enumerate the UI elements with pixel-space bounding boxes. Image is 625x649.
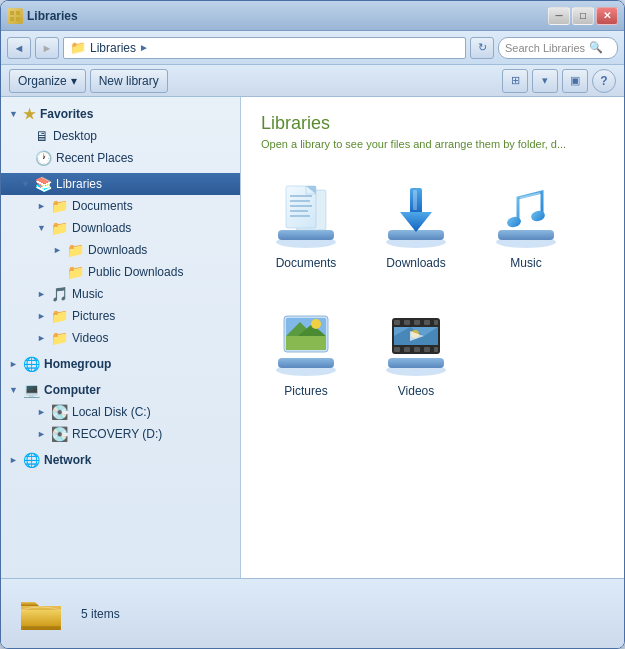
sidebar-item-local-disk[interactable]: ► 💽 Local Disk (C:) [1,401,240,423]
homegroup-header[interactable]: ► 🌐 Homegroup [1,353,240,375]
new-library-label: New library [99,74,159,88]
documents-lib-label: Documents [276,256,337,270]
library-item-music[interactable]: Music [481,170,571,278]
organize-arrow-icon: ▾ [71,74,77,88]
preview-pane-button[interactable]: ▣ [562,69,588,93]
sidebar-item-public-downloads[interactable]: 📁 Public Downloads [1,261,240,283]
videos-folder-icon: 📁 [51,330,68,346]
recent-places-icon: 🕐 [35,150,52,166]
library-item-documents[interactable]: Documents [261,170,351,278]
svg-rect-20 [413,190,417,210]
favorites-expand-icon: ▼ [9,109,19,119]
view-button-1[interactable]: ⊞ [502,69,528,93]
documents-folder-icon: 📁 [51,198,68,214]
homegroup-icon: 🌐 [23,356,40,372]
network-header[interactable]: ► 🌐 Network [1,449,240,471]
videos-expand-icon: ► [37,333,47,343]
preview-pane-icon: ▣ [570,74,580,87]
svg-rect-39 [414,320,420,325]
library-item-pictures[interactable]: Pictures [261,298,351,406]
svg-rect-1 [16,11,20,15]
svg-rect-35 [388,358,444,368]
computer-section: ▼ 💻 Computer ► 💽 Local Disk (C:) ► 💽 REC… [1,379,240,445]
library-item-videos[interactable]: Videos [371,298,461,406]
organize-button[interactable]: Organize ▾ [9,69,86,93]
svg-point-24 [530,209,546,222]
svg-rect-38 [404,320,410,325]
libraries-label: Libraries [56,177,102,191]
address-input[interactable]: 📁 Libraries ► [63,37,466,59]
sidebar-item-downloads-sub[interactable]: ► 📁 Downloads [1,239,240,261]
search-box[interactable]: Search Libraries 🔍 [498,37,618,59]
address-breadcrumb: Libraries ► [90,41,149,55]
svg-rect-5 [278,230,334,240]
minimize-button[interactable]: ─ [548,7,570,25]
documents-label: Documents [72,199,133,213]
help-button[interactable]: ? [592,69,616,93]
svg-rect-22 [498,230,554,240]
libraries-expand-icon: ▼ [21,179,31,189]
content-subtitle: Open a library to see your files and arr… [261,138,604,150]
svg-rect-42 [394,347,400,352]
forward-button[interactable]: ► [35,37,59,59]
address-bar: ◄ ► 📁 Libraries ► ↻ Search Libraries 🔍 [1,31,624,65]
local-disk-label: Local Disk (C:) [72,405,151,419]
sidebar-item-documents[interactable]: ► 📁 Documents [1,195,240,217]
downloads-lib-label: Downloads [386,256,445,270]
svg-rect-45 [424,347,430,352]
libraries-section: ▼ 📚 Libraries ► 📁 Documents ▼ 📁 Download… [1,173,240,349]
favorites-section: ▼ ★ Favorites 🖥 Desktop 🕐 Recent Places [1,103,240,169]
content-title: Libraries [261,113,604,134]
recovery-disk-icon: 💽 [51,426,68,442]
sidebar-item-recent-places[interactable]: 🕐 Recent Places [1,147,240,169]
favorites-label: Favorites [40,107,93,121]
public-downloads-label: Public Downloads [88,265,183,279]
svg-rect-0 [10,11,14,15]
title-bar: Libraries ─ □ ✕ [1,1,624,31]
downloads-lib-icon [380,178,452,250]
downloads-sub-icon: 📁 [67,242,84,258]
toolbar: Organize ▾ New library ⊞ ▾ ▣ ? [1,65,624,97]
view-icon-1: ⊞ [511,74,520,87]
svg-point-23 [506,215,522,228]
pictures-folder-icon: 📁 [51,308,68,324]
local-disk-expand-icon: ► [37,407,47,417]
library-item-downloads[interactable]: Downloads [371,170,461,278]
public-downloads-icon: 📁 [67,264,84,280]
svg-marker-19 [400,212,432,232]
computer-header[interactable]: ▼ 💻 Computer [1,379,240,401]
computer-expand-icon: ▼ [9,385,19,395]
libraries-icon: 📚 [35,176,52,192]
network-label: Network [44,453,91,467]
item-count: 5 items [81,607,120,621]
sidebar-item-pictures[interactable]: ► 📁 Pictures [1,305,240,327]
desktop-label: Desktop [53,129,97,143]
breadcrumb-libraries: Libraries [90,41,136,55]
sidebar-item-libraries[interactable]: ▼ 📚 Libraries [1,173,240,195]
content-pane: Libraries Open a library to see your fil… [241,97,624,578]
svg-rect-26 [278,358,334,368]
maximize-button[interactable]: □ [572,7,594,25]
favorites-header[interactable]: ▼ ★ Favorites [1,103,240,125]
music-folder-icon: 🎵 [51,286,68,302]
refresh-button[interactable]: ↻ [470,37,494,59]
sidebar-item-music[interactable]: ► 🎵 Music [1,283,240,305]
new-library-button[interactable]: New library [90,69,168,93]
sidebar-item-downloads[interactable]: ▼ 📁 Downloads [1,217,240,239]
back-button[interactable]: ◄ [7,37,31,59]
view-button-2[interactable]: ▾ [532,69,558,93]
status-folder-icon [17,590,65,638]
downloads-expand-icon: ▼ [37,223,47,233]
svg-rect-2 [10,17,14,21]
music-expand-icon: ► [37,289,47,299]
network-section: ► 🌐 Network [1,449,240,471]
recent-places-label: Recent Places [56,151,133,165]
sidebar-item-recovery[interactable]: ► 💽 RECOVERY (D:) [1,423,240,445]
sidebar-item-desktop[interactable]: 🖥 Desktop [1,125,240,147]
documents-expand-icon: ► [37,201,47,211]
close-button[interactable]: ✕ [596,7,618,25]
sidebar-item-videos[interactable]: ► 📁 Videos [1,327,240,349]
svg-rect-52 [21,626,61,630]
local-disk-icon: 💽 [51,404,68,420]
explorer-window: Libraries ─ □ ✕ ◄ ► 📁 Libraries ► ↻ Sear… [0,0,625,649]
